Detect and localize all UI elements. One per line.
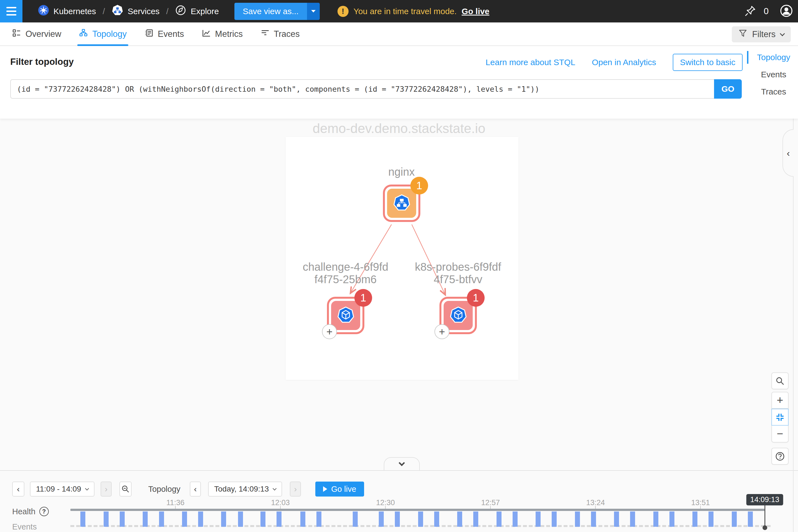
playhead-line[interactable] [764,505,765,527]
expand-neighbors-button[interactable]: + [322,324,337,339]
range-back-button[interactable]: ‹ [12,481,24,496]
view-tab-bar: Overview Topology Events Metrics [0,22,798,46]
tab-overview[interactable]: Overview [12,22,61,45]
event-bar[interactable] [159,512,164,527]
go-live-button[interactable]: Go live [315,481,364,496]
playhead-dot[interactable] [762,525,767,530]
zoom-out-button[interactable]: − [772,425,788,442]
time-step-forward-button[interactable]: › [290,481,301,496]
stql-query-input[interactable] [10,79,714,99]
expand-neighbors-button[interactable]: + [435,324,450,339]
canvas-search-button[interactable] [772,373,788,389]
event-bar[interactable] [692,512,698,527]
help-circle-icon[interactable]: ? [39,507,49,516]
event-bar[interactable] [457,512,462,527]
event-bar[interactable] [300,512,305,527]
health-state-line[interactable] [70,509,765,511]
events-icon [144,28,153,40]
event-bar[interactable] [395,512,400,527]
event-bar[interactable] [496,512,501,527]
tab-label: Events [158,29,184,39]
event-bar[interactable] [669,512,674,527]
go-live-link[interactable]: Go live [462,7,489,16]
time-travel-banner: ! You are in time travel mode. Go live [338,6,489,17]
event-bar[interactable] [591,512,596,527]
save-view-caret-button[interactable] [307,3,320,20]
event-bar[interactable] [80,512,86,527]
service-hexagon-icon [393,194,410,212]
event-bar[interactable] [575,512,580,527]
tab-topology[interactable]: Topology [79,22,127,45]
node-nginx[interactable]: 1 [383,185,420,222]
breadcrumb-kubernetes[interactable]: Kubernetes [38,5,96,18]
event-bar[interactable] [353,512,358,527]
hamburger-menu-button[interactable] [0,0,22,22]
topology-canvas[interactable]: demo-dev.demo.stackstate.io nginx [0,119,798,470]
user-avatar-icon[interactable] [780,4,793,19]
time-step-back-button[interactable]: ‹ [190,481,201,496]
tab-traces[interactable]: Traces [261,22,300,45]
event-bar[interactable] [732,512,737,527]
chevron-down-icon [399,460,405,466]
time-range-label: 11:09 - 14:09 [36,484,81,493]
timeline-collapse-tab[interactable] [384,457,420,470]
timeline-zoom-out-button[interactable] [119,481,132,496]
top-bar: Kubernetes / Services / Explore [0,0,798,22]
event-bar[interactable] [221,512,226,527]
event-bar[interactable] [653,512,658,527]
breadcrumb-services[interactable]: Services [112,4,159,18]
event-bar[interactable] [630,512,635,527]
filters-button[interactable]: Filters [732,26,791,42]
breadcrumb-label: Kubernetes [54,7,96,16]
zoom-in-button[interactable]: + [772,392,788,409]
event-bar[interactable] [238,512,243,527]
event-bar[interactable] [748,512,753,527]
event-bar[interactable] [434,512,439,527]
event-bar[interactable] [143,512,148,527]
event-bar[interactable] [198,512,203,527]
node-challenge-pod[interactable]: 1 + [327,297,364,334]
event-bar[interactable] [103,512,109,527]
go-button[interactable]: GO [714,79,742,99]
event-bar[interactable] [552,512,557,527]
event-bar[interactable] [120,512,125,527]
current-time-dropdown[interactable]: Today, 14:09:13 [208,481,282,496]
node-k8s-probes-pod[interactable]: 1 + [439,297,477,334]
tab-events[interactable]: Events [144,22,184,45]
event-bar[interactable] [277,512,282,527]
tab-metrics[interactable]: Metrics [202,22,243,45]
filter-topology-title: Filter topology [10,57,74,67]
playhead-time-badge: 14:09:13 [746,494,783,506]
right-panel-expand-tab[interactable]: ‹ [782,129,794,177]
view-nav-traces[interactable]: Traces [752,87,795,96]
event-bar[interactable] [473,512,478,527]
fit-to-screen-button[interactable] [772,409,788,425]
view-nav-topology[interactable]: Topology [752,53,795,62]
event-bar[interactable] [379,512,384,527]
pin-icon[interactable] [744,5,757,18]
chevron-down-icon [273,487,277,491]
event-bar[interactable] [418,512,423,527]
breadcrumb-explore[interactable]: Explore [175,5,219,18]
breadcrumb-separator: / [166,7,169,16]
go-live-label: Go live [331,484,356,494]
event-bar[interactable] [261,512,265,527]
health-badge: 1 [355,289,372,307]
event-bar[interactable] [317,512,321,527]
event-bar[interactable] [513,512,518,527]
canvas-help-button[interactable] [772,448,788,465]
range-forward-button[interactable]: › [100,481,112,496]
view-nav-events[interactable]: Events [752,70,795,79]
open-in-analytics-link[interactable]: Open in Analytics [592,58,656,67]
save-view-as-label: Save view as... [234,3,307,20]
tab-label: Traces [274,29,300,39]
learn-more-stql-link[interactable]: Learn more about STQL [486,58,575,67]
event-bar[interactable] [182,512,187,527]
switch-to-basic-button[interactable]: Switch to basic [673,54,743,71]
event-bar[interactable] [614,512,619,527]
chevron-down-icon [780,31,785,36]
time-range-dropdown[interactable]: 11:09 - 14:09 [30,481,94,496]
event-bar[interactable] [536,512,540,527]
save-view-as-button[interactable]: Save view as... [234,3,320,20]
event-bar[interactable] [708,512,714,527]
